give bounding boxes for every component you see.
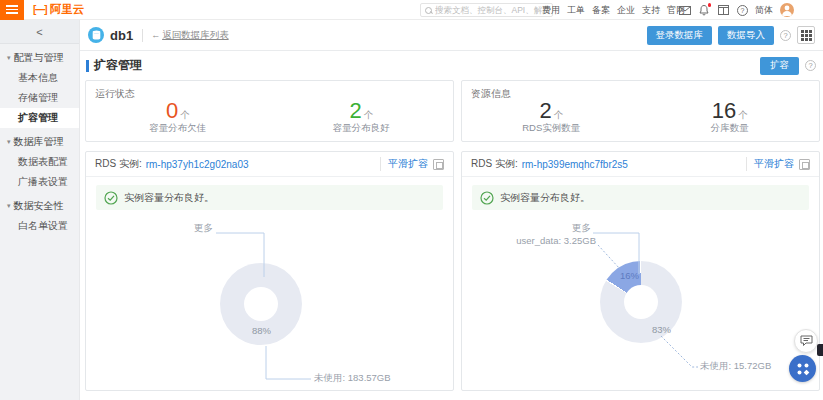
caret-down-icon: ▾: [7, 54, 11, 62]
stat-rds-count: 2个 RDS实例数量: [462, 98, 641, 135]
stat-capacity-poor: 0个 容量分布欠佳: [86, 98, 270, 135]
caret-down-icon: ▾: [7, 138, 11, 146]
side-badge[interactable]: [817, 344, 823, 356]
sidebar-item-whitelist[interactable]: 白名单设置: [0, 216, 79, 236]
mail-icon[interactable]: [679, 4, 691, 16]
sidebar-group-security: ▾ 数据安全性 白名单设置: [0, 196, 79, 236]
quick-apps-button[interactable]: [789, 355, 816, 382]
nav-tickets[interactable]: 工单: [566, 4, 586, 17]
instance-card-1: RDS 实例: rm-hp37yh1c2g02na03 平滑扩容 实例容量分布良…: [85, 151, 454, 391]
topbar: [—] 阿里云 费用 工单 备案 企业 支持 官网 ? 简体: [0, 0, 823, 20]
page-header: db1 ← 返回数据库列表 登录数据库 数据导入 ?: [80, 20, 823, 51]
slice-percent-unused: 88%: [252, 325, 271, 336]
section-accent-bar: [86, 60, 89, 72]
stat-value: 16: [712, 98, 736, 123]
apps-icon: [796, 362, 810, 376]
section-title: 扩容管理: [94, 57, 142, 74]
run-status-card: 运行状态 0个 容量分布欠佳 2个 容量分布良好: [85, 80, 454, 142]
panel-icon[interactable]: [433, 159, 444, 170]
instance-id-link[interactable]: rm-hp37yh1c2g02na03: [146, 159, 249, 170]
aliyun-logo-text: 阿里云: [50, 2, 85, 17]
search-input[interactable]: [435, 5, 548, 15]
nav-enterprise[interactable]: 企业: [616, 4, 636, 17]
charts-row: RDS 实例: rm-hp37yh1c2g02na03 平滑扩容 实例容量分布良…: [80, 151, 823, 391]
feedback-chat-button[interactable]: [794, 329, 818, 353]
sidebar-item-scale-out[interactable]: 扩容管理: [0, 108, 79, 128]
global-search[interactable]: [420, 3, 553, 17]
aliyun-logo[interactable]: [—] 阿里云: [33, 2, 84, 17]
check-circle-icon: [104, 191, 118, 205]
sidebar-item-broadcast-table[interactable]: 广播表设置: [0, 172, 79, 192]
top-icons: ? 简体: [679, 0, 794, 20]
check-circle-icon: [480, 191, 494, 205]
help-icon[interactable]: ?: [780, 30, 791, 41]
stat-label: 容量分布欠佳: [86, 122, 270, 135]
sidebar-group-label: 数据安全性: [14, 199, 64, 213]
locale-switch[interactable]: 简体: [755, 4, 773, 17]
smooth-scale-out-link[interactable]: 平滑扩容: [388, 157, 428, 171]
sidebar-group-config-label[interactable]: ▾ 配置与管理: [0, 48, 79, 68]
donut-hole: [244, 287, 278, 321]
instance-label: RDS 实例:: [95, 157, 142, 171]
hamburger-icon[interactable]: [0, 0, 24, 20]
sidebar-group-database-label[interactable]: ▾ 数据库管理: [0, 132, 79, 152]
expand-button[interactable]: 扩容: [760, 57, 799, 75]
slice-percent-unused: 83%: [652, 324, 671, 335]
stats-row: 运行状态 0个 容量分布欠佳 2个 容量分布良好 资源信息 2个 RDS实例数量: [80, 80, 823, 142]
sidebar-group-security-label[interactable]: ▾ 数据安全性: [0, 196, 79, 216]
stat-value: 2: [349, 98, 361, 123]
status-banner-text: 实例容量分布良好。: [124, 191, 214, 205]
avatar[interactable]: [780, 3, 794, 17]
instance-header: RDS 实例: rm-hp37yh1c2g02na03 平滑扩容: [86, 152, 453, 177]
smooth-scale-out-link[interactable]: 平滑扩容: [754, 157, 794, 171]
section-header: 扩容管理 扩容 ?: [80, 51, 823, 80]
database-icon: [88, 27, 104, 43]
nav-icp[interactable]: 备案: [591, 4, 611, 17]
main-content: db1 ← 返回数据库列表 登录数据库 数据导入 ? 扩容管理 扩容 ? 运行状…: [80, 20, 823, 400]
stat-unit: 个: [364, 109, 374, 120]
sidebar-group-database: ▾ 数据库管理 数据表配置 广播表设置: [0, 132, 79, 192]
caret-down-icon: ▾: [7, 202, 11, 210]
panel-icon[interactable]: [799, 159, 810, 170]
sidebar-item-table-config[interactable]: 数据表配置: [0, 152, 79, 172]
help-icon[interactable]: ?: [805, 60, 816, 71]
grid-icon[interactable]: [797, 26, 815, 44]
help-icon[interactable]: ?: [736, 4, 748, 16]
svg-text:?: ?: [740, 7, 744, 14]
instance-card-2: RDS 实例: rm-hp399emqhc7fbr2s5 平滑扩容 实例容量分布…: [461, 151, 820, 391]
slice-label-more: 更多: [572, 222, 591, 235]
breadcrumb: ← 返回数据库列表: [142, 29, 229, 42]
instance-label: RDS 实例:: [471, 157, 518, 171]
page-title: db1: [110, 28, 133, 43]
sidebar-collapse-button[interactable]: <: [0, 20, 79, 44]
nav-support[interactable]: 支持: [641, 4, 661, 17]
stat-label: 容量分布良好: [270, 122, 454, 135]
sidebar-group-label: 配置与管理: [14, 51, 64, 65]
bell-icon[interactable]: [698, 4, 710, 16]
status-banner-text: 实例容量分布良好。: [500, 191, 590, 205]
stat-capacity-good: 2个 容量分布良好: [270, 98, 454, 135]
box-icon[interactable]: [717, 4, 729, 16]
search-icon: [425, 7, 432, 14]
sidebar-group-config: ▾ 配置与管理 基本信息 存储管理 扩容管理: [0, 48, 79, 128]
sidebar: < ▾ 配置与管理 基本信息 存储管理 扩容管理 ▾ 数据库管理 数据表配置 广…: [0, 20, 80, 400]
donut-hole: [624, 285, 658, 319]
data-import-button[interactable]: 数据导入: [718, 26, 774, 45]
back-to-database-list-link[interactable]: 返回数据库列表: [162, 29, 229, 42]
slice-label-user-data: user_data: 3.25GB: [512, 235, 596, 246]
instance-id-link[interactable]: rm-hp399emqhc7fbr2s5: [522, 159, 628, 170]
stat-label: 分库数量: [641, 122, 820, 135]
instance-header: RDS 实例: rm-hp399emqhc7fbr2s5 平滑扩容: [462, 152, 819, 177]
sidebar-item-storage[interactable]: 存储管理: [0, 88, 79, 108]
top-nav: 费用 工单 备案 企业 支持 官网: [541, 0, 686, 20]
stat-shard-count: 16个 分库数量: [641, 98, 820, 135]
stat-unit: 个: [554, 109, 564, 120]
stat-value: 2: [539, 98, 551, 123]
login-database-button[interactable]: 登录数据库: [647, 26, 713, 45]
sidebar-item-basic-info[interactable]: 基本信息: [0, 68, 79, 88]
resource-info-card: 资源信息 2个 RDS实例数量 16个 分库数量: [461, 80, 820, 142]
back-arrow-icon: ←: [151, 30, 160, 40]
slice-percent-user-data: 16%: [620, 270, 639, 281]
nav-billing[interactable]: 费用: [541, 4, 561, 17]
stat-value: 0: [166, 98, 178, 123]
